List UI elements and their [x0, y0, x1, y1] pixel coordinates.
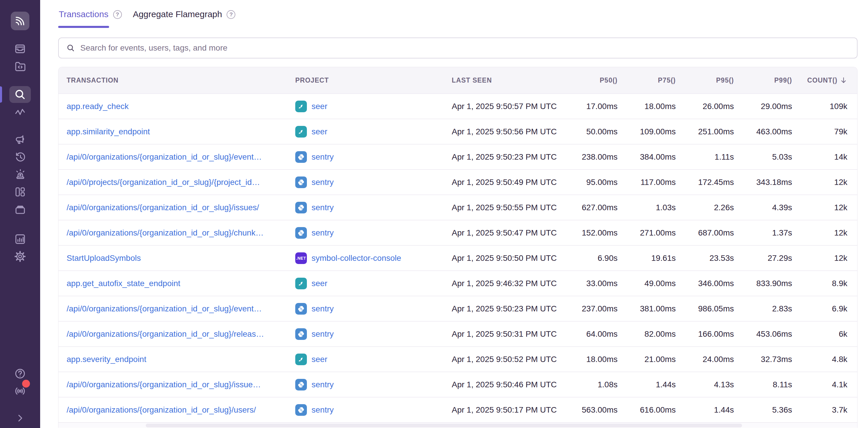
count-value: 6k: [792, 329, 847, 339]
sidebar-item-stats[interactable]: [0, 230, 40, 248]
column-header-project[interactable]: PROJECT: [295, 76, 452, 84]
table-row[interactable]: app.severity_endpoint .NET seer Apr 1, 2…: [59, 346, 857, 371]
table-row[interactable]: app.similarity_endpoint .NET seer Apr 1,…: [59, 119, 857, 144]
project-link[interactable]: seer: [312, 127, 327, 136]
transaction-link[interactable]: /api/0/organizations/{organization_id_or…: [67, 228, 286, 237]
table-row[interactable]: /api/0/organizations/{organization_id_or…: [59, 144, 857, 169]
project-link[interactable]: sentry: [312, 178, 334, 187]
table-row[interactable]: app.ready_check .NET seer Apr 1, 2025 9:…: [59, 93, 857, 119]
column-header-p50[interactable]: P50(): [559, 76, 618, 84]
p75-value: 271.00ms: [618, 228, 676, 237]
table-row[interactable]: /api/0/organizations/{organization_id_or…: [59, 296, 857, 321]
project-link[interactable]: seer: [312, 279, 327, 288]
search-input[interactable]: [80, 43, 849, 53]
last-seen-value: Apr 1, 2025 9:50:56 PM UTC: [452, 127, 559, 136]
transaction-link[interactable]: /api/0/organizations/{organization_id_or…: [67, 380, 286, 389]
project-link[interactable]: sentry: [312, 152, 334, 162]
sidebar-expand-button[interactable]: [0, 409, 40, 427]
project-cell: .NET sentry: [295, 328, 452, 340]
project-link[interactable]: sentry: [312, 405, 334, 415]
table-row[interactable]: /api/0/organizations/{organization_id_or…: [59, 371, 857, 397]
project-link[interactable]: symbol-collector-console: [312, 254, 401, 263]
seer-icon: [297, 127, 305, 136]
transaction-link[interactable]: app.similarity_endpoint: [67, 127, 286, 136]
transaction-link[interactable]: app.get_autofix_state_endpoint: [67, 279, 286, 288]
column-header-p75[interactable]: P75(): [618, 76, 676, 84]
transaction-link[interactable]: /api/0/organizations/{organization_id_or…: [67, 329, 286, 339]
p75-value: 117.00ms: [618, 178, 676, 187]
p95-value: 4.13s: [676, 380, 734, 389]
search-nav-icon: [14, 88, 26, 101]
dotnet-icon: .NET: [296, 256, 306, 261]
transaction-link[interactable]: StartUploadSymbols: [67, 254, 286, 263]
p95-value: 986.05ms: [676, 304, 734, 314]
sidebar-item-releases[interactable]: [0, 201, 40, 218]
project-link[interactable]: seer: [312, 102, 327, 111]
transaction-link[interactable]: app.ready_check: [67, 102, 286, 111]
tab-transactions[interactable]: Transactions ?: [58, 5, 122, 28]
p95-value: 172.45ms: [676, 178, 734, 187]
column-header-p99[interactable]: P99(): [734, 76, 792, 84]
python-icon: [297, 406, 305, 414]
sidebar-item-explore[interactable]: [0, 58, 40, 75]
table-row[interactable]: StartUploadSymbols .NET symbol-collector…: [59, 245, 857, 270]
help-icon[interactable]: ?: [226, 10, 235, 19]
table-row[interactable]: /api/0/organizations/{organization_id_or…: [59, 321, 857, 346]
sidebar-item-alerts[interactable]: [0, 166, 40, 183]
project-link[interactable]: sentry: [312, 304, 334, 314]
column-header-last-seen[interactable]: LAST SEEN: [452, 76, 559, 84]
project-cell: .NET seer: [295, 278, 452, 289]
project-link[interactable]: sentry: [312, 203, 334, 212]
count-value: 12k: [792, 203, 847, 212]
transaction-link[interactable]: app.severity_endpoint: [67, 355, 286, 364]
count-value: 79k: [792, 127, 847, 136]
table-row[interactable]: /api/0/organizations/{organization_id_or…: [59, 397, 857, 422]
sidebar-item-whats-new[interactable]: [0, 382, 40, 400]
project-link[interactable]: seer: [312, 355, 327, 364]
sidebar-item-traces[interactable]: [0, 103, 40, 121]
transaction-link[interactable]: /api/0/organizations/{organization_id_or…: [67, 405, 286, 415]
horizontal-scrollbar[interactable]: [59, 422, 857, 428]
project-cell: .NET seer: [295, 101, 452, 112]
transaction-link[interactable]: /api/0/organizations/{organization_id_or…: [67, 152, 286, 162]
tab-aggregate-flamegraph[interactable]: Aggregate Flamegraph ?: [132, 5, 236, 28]
table-row[interactable]: app.get_autofix_state_endpoint .NET seer…: [59, 270, 857, 296]
tab-aggregate-flamegraph-label: Aggregate Flamegraph: [132, 5, 223, 28]
project-link[interactable]: sentry: [312, 329, 334, 339]
sidebar-item-help[interactable]: [0, 365, 40, 382]
p75-value: 381.00ms: [618, 304, 676, 314]
sidebar-item-feedback[interactable]: [0, 131, 40, 148]
project-icon: .NET: [295, 101, 307, 112]
count-value: 12k: [792, 228, 847, 237]
column-header-count[interactable]: COUNT(): [792, 76, 847, 84]
sidebar: [0, 0, 40, 428]
sidebar-item-settings[interactable]: [0, 248, 40, 265]
search-bar[interactable]: [58, 37, 858, 59]
transaction-link[interactable]: /api/0/organizations/{organization_id_or…: [67, 304, 286, 314]
column-header-p95[interactable]: P95(): [676, 76, 734, 84]
scrollbar-thumb[interactable]: [146, 424, 742, 427]
sidebar-item-dashboards[interactable]: [0, 183, 40, 201]
project-link[interactable]: sentry: [312, 228, 334, 237]
sidebar-item-replays[interactable]: [0, 148, 40, 166]
last-seen-value: Apr 1, 2025 9:50:47 PM UTC: [452, 228, 559, 237]
project-link[interactable]: sentry: [312, 380, 334, 389]
sentry-logo-tile[interactable]: [11, 12, 29, 30]
p75-value: 109.00ms: [618, 127, 676, 136]
dashboard-layout-icon: [14, 186, 26, 198]
help-icon[interactable]: ?: [113, 10, 122, 19]
sidebar-item-home[interactable]: [0, 0, 40, 30]
transaction-link[interactable]: /api/0/organizations/{organization_id_or…: [67, 203, 286, 212]
project-cell: .NET symbol-collector-console: [295, 252, 452, 264]
transaction-link[interactable]: /api/0/projects/{organization_id_or_slug…: [67, 178, 286, 187]
column-header-transaction[interactable]: TRANSACTION: [67, 76, 295, 84]
p75-value: 49.00ms: [618, 279, 676, 288]
table-row[interactable]: /api/0/projects/{organization_id_or_slug…: [59, 169, 857, 195]
table-row[interactable]: /api/0/organizations/{organization_id_or…: [59, 195, 857, 220]
sidebar-item-issues[interactable]: [0, 40, 40, 58]
p99-value: 1.37s: [734, 228, 792, 237]
sidebar-item-search[interactable]: [0, 86, 40, 103]
project-icon: .NET: [295, 202, 307, 213]
p50-value: 238.00ms: [559, 152, 618, 162]
table-row[interactable]: /api/0/organizations/{organization_id_or…: [59, 220, 857, 245]
